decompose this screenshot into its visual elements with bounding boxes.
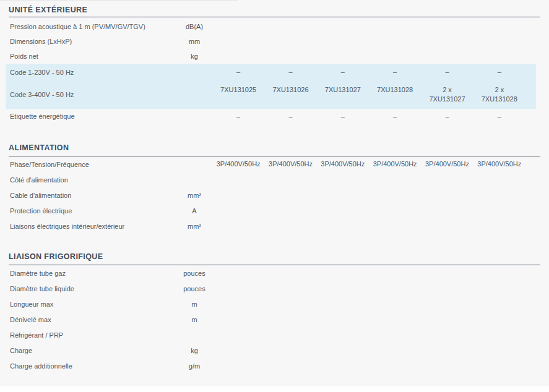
top-divider-fragment: [0, 0, 238, 1]
row-value: –: [421, 67, 473, 77]
row-value: –: [212, 112, 264, 121]
row-label: Charge: [6, 347, 176, 354]
row-value: –: [317, 112, 369, 121]
row-value: 2 x 7XU131028: [473, 85, 525, 104]
table-row: Chargekg: [6, 343, 536, 358]
row-value: –: [317, 67, 369, 77]
section-divider: [9, 17, 540, 17]
row-label: Protection électrique: [6, 207, 176, 215]
row-unit: pouces: [176, 270, 212, 277]
row-value: 3P/400V/50Hz: [473, 160, 525, 169]
row-unit: mm²: [176, 192, 212, 199]
row-value: –: [421, 112, 473, 121]
row-value: –: [264, 67, 316, 77]
row-label: Liaisons électriques intérieur/extérieur: [6, 223, 176, 230]
row-value: 7XU131025: [212, 85, 264, 104]
section-rows: Phase/Tension/Fréquence3P/400V/50Hz3P/40…: [6, 156, 536, 234]
row-value: –: [369, 67, 421, 77]
section-title: LIAISON FRIGORIFIQUE: [9, 252, 103, 262]
row-values: 7XU1310257XU1310267XU1310277XU1310282 x …: [212, 85, 525, 104]
table-row: Dimensions (LxHxP)mm: [6, 34, 536, 49]
table-row: Diamètre tube gazpouces: [6, 265, 536, 281]
row-label: Code 3-400V - 50 Hz: [6, 91, 176, 98]
row-value: –: [473, 112, 525, 121]
table-row: Protection électriqueA: [6, 203, 536, 218]
table-row: Longueur maxm: [6, 296, 536, 312]
row-label: Diamètre tube liquide: [6, 285, 176, 292]
row-values: ––––––: [212, 112, 525, 121]
row-value: 3P/400V/50Hz: [317, 160, 369, 169]
table-row: Liaisons électriques intérieur/extérieur…: [6, 218, 536, 234]
row-label: Côté d'alimentation: [6, 176, 176, 184]
row-unit: pouces: [176, 285, 212, 292]
table-row: Code 3-400V - 50 Hz7XU1310257XU1310267XU…: [6, 80, 536, 109]
row-label: Pression acoustique à 1 m (PV/MV/GV/TGV): [6, 23, 176, 30]
row-label: Dimensions (LxHxP): [6, 38, 176, 45]
row-value: 2 x 7XU131027: [421, 85, 473, 104]
table-row: Réfrigérant / PRP: [6, 327, 536, 343]
row-label: Poids net: [6, 53, 176, 60]
row-label: Dénivelé max: [6, 316, 176, 323]
row-unit: m: [176, 316, 212, 323]
table-row: Dénivelé maxm: [6, 312, 536, 327]
section-rows: Diamètre tube gazpoucesDiamètre tube liq…: [6, 265, 536, 373]
row-unit: A: [176, 207, 212, 215]
row-label: Charge additionnelle: [6, 362, 176, 370]
row-unit: dB(A): [176, 23, 212, 30]
row-unit: mm²: [176, 223, 212, 230]
row-unit: m: [176, 300, 212, 308]
table-row: Phase/Tension/Fréquence3P/400V/50Hz3P/40…: [6, 156, 536, 172]
row-value: –: [473, 67, 525, 77]
row-label: Phase/Tension/Fréquence: [6, 161, 176, 168]
table-row: Pression acoustique à 1 m (PV/MV/GV/TGV)…: [6, 19, 536, 34]
row-values: 3P/400V/50Hz3P/400V/50Hz3P/400V/50Hz3P/4…: [212, 160, 525, 169]
row-value: 7XU131028: [369, 85, 421, 104]
row-label: Code 1-230V - 50 Hz: [6, 69, 176, 76]
row-value: –: [212, 67, 264, 77]
row-value: 3P/400V/50Hz: [369, 160, 421, 169]
table-row: Etiquette énergétique––––––: [6, 109, 536, 124]
row-unit: kg: [176, 347, 212, 354]
table-row: Côté d'alimentation: [6, 172, 536, 187]
row-unit: kg: [176, 53, 212, 60]
row-label: Cable d'alimentation: [6, 192, 176, 199]
row-label: Etiquette énergétique: [6, 113, 176, 120]
section-rows: Pression acoustique à 1 m (PV/MV/GV/TGV)…: [6, 19, 536, 124]
row-unit: mm: [176, 38, 212, 45]
row-value: 3P/400V/50Hz: [212, 160, 264, 169]
row-values: ––––––: [212, 67, 525, 77]
table-row: Code 1-230V - 50 Hz––––––: [6, 64, 536, 80]
row-value: –: [264, 112, 316, 121]
row-label: Réfrigérant / PRP: [6, 331, 176, 339]
section-title: ALIMENTATION: [9, 143, 69, 153]
row-value: –: [369, 112, 421, 121]
row-label: Diamètre tube gaz: [6, 270, 176, 277]
section-title: UNITÉ EXTÉRIEURE: [9, 6, 87, 15]
row-value: 3P/400V/50Hz: [421, 160, 473, 169]
row-label: Longueur max: [6, 300, 176, 308]
spec-sheet-page: UNITÉ EXTÉRIEURE Pression acoustique à 1…: [0, 0, 549, 386]
table-row: Charge additionnelleg/m: [6, 358, 536, 373]
row-value: 7XU131027: [317, 85, 369, 104]
table-row: Poids netkg: [6, 49, 536, 64]
row-value: 3P/400V/50Hz: [264, 160, 316, 169]
row-value: 7XU131026: [264, 85, 316, 104]
table-row: Diamètre tube liquidepouces: [6, 281, 536, 296]
row-unit: g/m: [176, 362, 212, 370]
table-row: Cable d'alimentationmm²: [6, 187, 536, 203]
